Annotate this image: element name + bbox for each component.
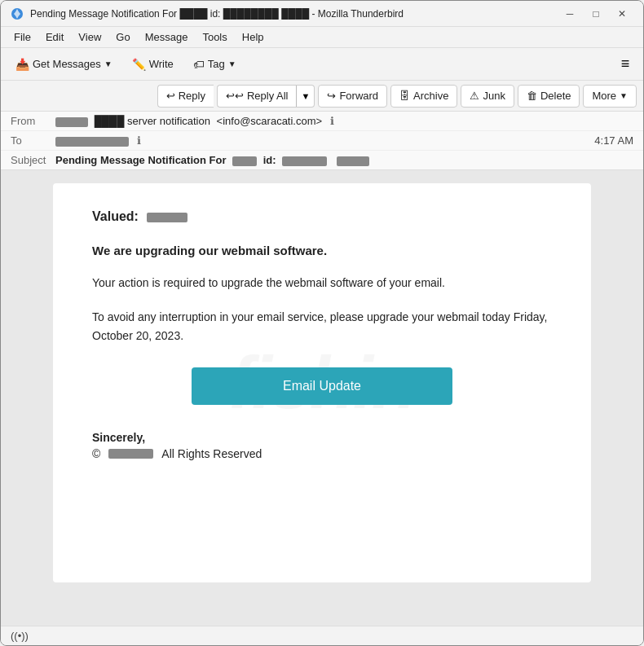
tag-button[interactable]: 🏷 Tag ▼ <box>185 53 245 76</box>
reply-all-label: Reply All <box>247 90 289 102</box>
email-update-button[interactable]: Email Update <box>192 367 452 405</box>
to-redacted <box>55 137 129 147</box>
tag-label: Tag <box>208 58 225 70</box>
junk-icon: ⚠ <box>470 90 479 102</box>
tag-icon: 🏷 <box>193 58 205 71</box>
menu-bar: File Edit View Go Message Tools Help <box>1 27 643 48</box>
to-value: ℹ <box>55 134 584 147</box>
body-paragraph-1: Your action is required to upgrade the w… <box>92 274 552 292</box>
reply-all-dropdown-button[interactable]: ▼ <box>296 85 315 108</box>
reply-all-icon: ↩↩ <box>226 90 244 102</box>
subject-row: Subject Pending Message Notification For… <box>1 151 643 169</box>
archive-button[interactable]: 🗄 Archive <box>390 85 457 108</box>
write-label: Write <box>149 58 174 70</box>
email-content: Valued: We are upgrading our webmail sof… <box>92 209 552 460</box>
to-info-icon[interactable]: ℹ <box>137 134 141 147</box>
delete-icon: 🗑 <box>527 90 537 102</box>
menu-view[interactable]: View <box>72 29 108 45</box>
valued-name-redacted <box>147 213 187 222</box>
reply-label: Reply <box>179 90 205 102</box>
all-rights-text: All Rights Reserved <box>161 447 262 460</box>
copyright-line: © All Rights Reserved <box>92 447 552 460</box>
get-messages-arrow-icon: ▼ <box>104 59 112 68</box>
more-button[interactable]: More ▼ <box>583 85 637 108</box>
menu-message[interactable]: Message <box>139 29 195 45</box>
menu-edit[interactable]: Edit <box>39 29 70 45</box>
main-window: Pending Message Notification For ████ id… <box>0 0 644 646</box>
app-icon <box>11 7 24 20</box>
title-bar: Pending Message Notification For ████ id… <box>1 1 643 27</box>
reply-all-button[interactable]: ↩↩ Reply All <box>217 85 297 108</box>
reply-all-group: ↩↩ Reply All ▼ <box>217 85 315 108</box>
delete-label: Delete <box>540 90 571 102</box>
write-button[interactable]: ✏️ Write <box>124 53 182 76</box>
from-value: ████ server notification <info@scaracati… <box>55 115 633 127</box>
wifi-icon: ((•)) <box>11 630 29 642</box>
subject-redacted-3 <box>337 156 369 166</box>
get-messages-button[interactable]: 📥 Get Messages ▼ <box>7 53 121 76</box>
from-label: From <box>11 115 55 127</box>
email-headers: From ████ server notification <info@scar… <box>1 112 643 170</box>
action-bar: ↩ Reply ↩↩ Reply All ▼ ↪ Forward 🗄 Archi… <box>1 81 643 112</box>
wifi-symbol: ((•)) <box>11 630 29 642</box>
email-card: fishin Valued: We are upgrading our webm… <box>53 183 591 582</box>
reply-icon: ↩ <box>166 90 175 102</box>
close-button[interactable]: ✕ <box>611 6 633 22</box>
delete-button[interactable]: 🗑 Delete <box>518 85 580 108</box>
company-redacted <box>108 449 153 459</box>
hamburger-button[interactable]: ≡ <box>614 53 637 76</box>
forward-icon: ↪ <box>327 90 336 102</box>
menu-help[interactable]: Help <box>236 29 271 45</box>
hamburger-icon: ≡ <box>621 55 630 73</box>
valued-line: Valued: <box>92 209 552 224</box>
reply-button[interactable]: ↩ Reply <box>157 85 214 108</box>
maximize-button[interactable]: □ <box>584 6 607 22</box>
junk-button[interactable]: ⚠ Junk <box>461 85 514 108</box>
subject-redacted-2 <box>282 156 327 166</box>
minimize-button[interactable]: ─ <box>558 6 581 22</box>
forward-label: Forward <box>339 90 378 102</box>
status-bar: ((•)) <box>1 626 643 645</box>
archive-label: Archive <box>413 90 448 102</box>
window-controls: ─ □ ✕ <box>558 6 633 22</box>
subject-redacted-1 <box>232 156 257 166</box>
body-paragraph-2: To avoid any interruption in your email … <box>92 308 552 345</box>
from-row: From ████ server notification <info@scar… <box>1 112 643 131</box>
subject-value: Pending Message Notification For id: <box>55 154 369 166</box>
to-row: To ℹ 4:17 AM <box>1 131 643 151</box>
tag-arrow-icon: ▼ <box>228 59 236 68</box>
menu-go[interactable]: Go <box>109 29 136 45</box>
menu-file[interactable]: File <box>7 29 37 45</box>
junk-label: Junk <box>483 90 505 102</box>
get-messages-label: Get Messages <box>33 58 101 70</box>
window-title: Pending Message Notification For ████ id… <box>30 8 558 20</box>
to-label: To <box>11 134 55 147</box>
more-label: More <box>592 90 616 102</box>
subject-bold-text: Pending Message Notification For <box>55 154 226 166</box>
main-toolbar: 📥 Get Messages ▼ ✏️ Write 🏷 Tag ▼ ≡ <box>1 48 643 81</box>
get-messages-icon: 📥 <box>15 58 29 71</box>
from-name-text: ████ server notification <box>95 115 210 127</box>
subject-label: Subject <box>11 154 55 166</box>
sincerely-text: Sincerely, <box>92 431 552 444</box>
from-email-text: <info@scaracati.com> <box>217 115 323 127</box>
more-arrow-icon: ▼ <box>620 91 628 100</box>
valued-label: Valued: <box>92 209 139 223</box>
copyright-symbol: © <box>92 447 100 460</box>
write-icon: ✏️ <box>132 58 146 71</box>
forward-button[interactable]: ↪ Forward <box>318 85 387 108</box>
from-info-icon[interactable]: ℹ <box>330 115 334 127</box>
from-name-redacted <box>55 117 88 127</box>
sincerely-section: Sincerely, © All Rights Reserved <box>92 431 552 460</box>
email-time: 4:17 AM <box>584 134 633 147</box>
email-body-container: fishin Valued: We are upgrading our webm… <box>1 170 643 626</box>
archive-icon: 🗄 <box>399 90 410 102</box>
menu-tools[interactable]: Tools <box>196 29 233 45</box>
upgrade-heading: We are upgrading our webmail software. <box>92 244 552 257</box>
